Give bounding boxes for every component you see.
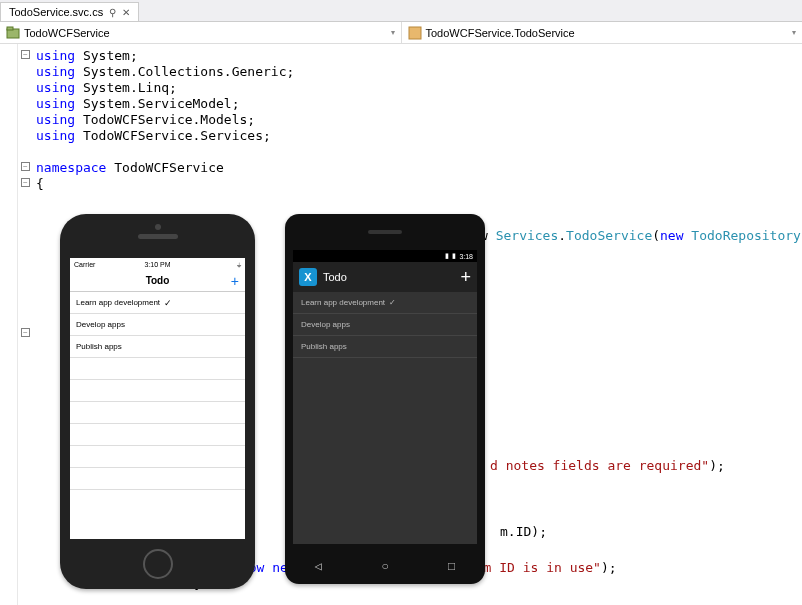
navdrop-class-label: TodoWCFService.TodoService: [426, 27, 575, 39]
home-button[interactable]: [143, 549, 173, 579]
android-navkeys: ◁ ○ □: [285, 559, 485, 574]
list-item[interactable]: [70, 446, 245, 468]
back-button[interactable]: ◁: [315, 559, 322, 574]
list-item[interactable]: Develop apps: [293, 314, 477, 336]
code-fragment-id: m.ID);: [500, 524, 547, 540]
gutter: [0, 44, 18, 605]
ios-navbar: Todo +: [70, 270, 245, 292]
document-tabstrip: TodoService.svc.cs ⚲ ✕: [0, 0, 802, 22]
fold-toggle[interactable]: −: [21, 50, 30, 59]
android-list[interactable]: Learn app development✓ Develop apps Publ…: [293, 292, 477, 544]
chevron-down-icon: ▾: [792, 28, 796, 37]
battery-icon: ▮: [452, 252, 456, 260]
android-time: 3:18: [459, 253, 473, 260]
navdrop-class[interactable]: TodoWCFService.TodoService ▾: [402, 22, 803, 43]
editor-navbar: TodoWCFService ▾ TodoWCFService.TodoServ…: [0, 22, 802, 44]
close-icon[interactable]: ✕: [122, 7, 130, 18]
list-item[interactable]: Publish apps: [70, 336, 245, 358]
iphone-screen: Carrier 3:10 PM ⏚ Todo + Learn app devel…: [70, 258, 245, 539]
code-fragment: w Services.TodoService(new TodoRepositor…: [480, 228, 802, 244]
android-title: Todo: [323, 271, 347, 283]
xamarin-icon: X: [299, 268, 317, 286]
list-item[interactable]: [70, 468, 245, 490]
wifi-icon: ⏚: [237, 261, 241, 268]
list-item[interactable]: [70, 380, 245, 402]
check-icon: ✓: [164, 298, 172, 308]
chevron-down-icon: ▾: [391, 28, 395, 37]
android-screen: ▮ ▮ 3:18 X Todo + Learn app development✓…: [293, 250, 477, 544]
svg-rect-1: [7, 27, 13, 30]
navdrop-namespace-label: TodoWCFService: [24, 27, 110, 39]
list-item[interactable]: [70, 402, 245, 424]
home-button[interactable]: ○: [381, 560, 388, 574]
carrier-label: Carrier: [74, 261, 95, 268]
check-icon: ✓: [389, 298, 396, 307]
add-button[interactable]: +: [231, 273, 239, 289]
android-appbar: X Todo +: [293, 262, 477, 292]
tab-label: TodoService.svc.cs: [9, 6, 103, 18]
ios-list[interactable]: Learn app development✓ Develop apps Publ…: [70, 292, 245, 539]
add-button[interactable]: +: [460, 267, 471, 288]
phone-mockups: Carrier 3:10 PM ⏚ Todo + Learn app devel…: [60, 214, 485, 589]
code-editor[interactable]: − − − − using System; using System.Colle…: [0, 44, 802, 605]
speaker: [368, 230, 402, 234]
signal-icon: ▮: [445, 252, 449, 260]
project-icon: [6, 26, 20, 40]
list-item[interactable]: Publish apps: [293, 336, 477, 358]
recent-button[interactable]: □: [448, 560, 455, 574]
list-item[interactable]: [70, 358, 245, 380]
pin-icon[interactable]: ⚲: [109, 7, 116, 18]
outline-column: [18, 44, 34, 605]
svg-rect-2: [409, 27, 421, 39]
list-item[interactable]: [70, 424, 245, 446]
tab-todoservice[interactable]: TodoService.svc.cs ⚲ ✕: [0, 2, 139, 21]
ios-time: 3:10 PM: [144, 261, 170, 268]
list-item[interactable]: Learn app development✓: [70, 292, 245, 314]
class-icon: [408, 26, 422, 40]
code-fragment-error: d notes fields are required");: [490, 458, 725, 474]
android-frame: ▮ ▮ 3:18 X Todo + Learn app development✓…: [285, 214, 485, 584]
fold-toggle[interactable]: −: [21, 162, 30, 171]
ios-statusbar: Carrier 3:10 PM ⏚: [70, 258, 245, 270]
list-item[interactable]: Develop apps: [70, 314, 245, 336]
ios-title: Todo: [146, 275, 170, 286]
navdrop-namespace[interactable]: TodoWCFService ▾: [0, 22, 402, 43]
android-statusbar: ▮ ▮ 3:18: [293, 250, 477, 262]
code-block: using System; using System.Collections.G…: [36, 48, 294, 192]
list-item[interactable]: Learn app development✓: [293, 292, 477, 314]
iphone-frame: Carrier 3:10 PM ⏚ Todo + Learn app devel…: [60, 214, 255, 589]
fold-toggle[interactable]: −: [21, 328, 30, 337]
fold-toggle[interactable]: −: [21, 178, 30, 187]
